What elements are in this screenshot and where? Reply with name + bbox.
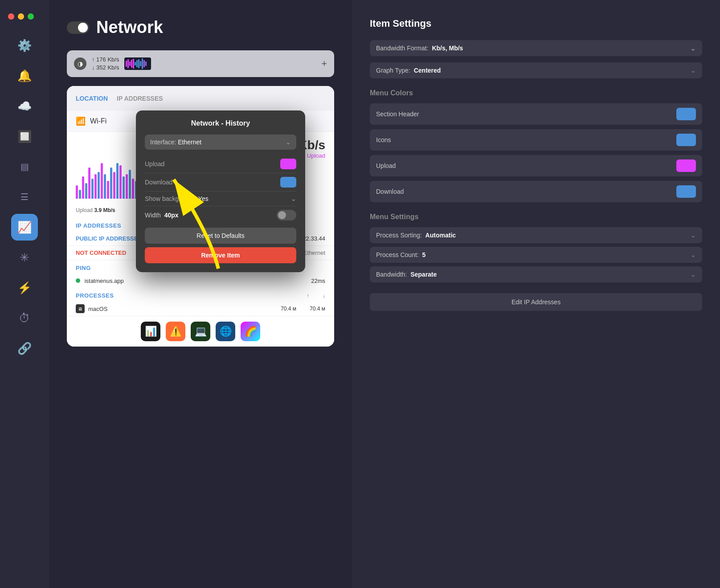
popup-background-row: Show background: Yes ⌄ — [145, 192, 296, 206]
sidebar-item-memory[interactable]: ▤ — [11, 153, 38, 180]
menubar-preview: ◑ ↑ 176 Kb/s ↓ 352 Kb/s + — [67, 50, 334, 77]
dock-safari[interactable]: 🌈 — [241, 322, 260, 341]
network-panel: LOCATION IP ADDRESSES 📶 Wi-Fi 0 Kb/s ● U… — [67, 86, 334, 347]
sidebar-item-clock[interactable]: ⏱ — [11, 305, 38, 331]
dock-activity-monitor[interactable]: 📊 — [141, 322, 160, 341]
process-count-select[interactable]: Process Count: 5 ⌄ — [370, 247, 702, 263]
page-header: Network — [67, 18, 334, 37]
icons-color-swatch[interactable] — [676, 134, 696, 146]
ping-value: 22ms — [311, 278, 325, 284]
interface-select[interactable]: Interface: Ethernet ⌄ — [145, 135, 296, 150]
icons-color-label: Icons — [376, 136, 391, 143]
process-values: 70.4 м 70.4 м — [281, 306, 325, 312]
right-panel: Item Settings Bandwidth Format: Kb/s, Mb… — [352, 0, 720, 588]
sidebar-item-cpu[interactable]: 🔲 — [11, 123, 38, 150]
chevron-down-icon-7: ⌄ — [691, 271, 696, 278]
sidebar-item-cloud[interactable]: ☁️ — [11, 93, 38, 119]
down-arrow-icon: ↓ — [323, 293, 325, 299]
macos-icon: 🖥 — [76, 304, 85, 313]
network-toggle[interactable] — [67, 21, 89, 34]
sidebar-item-power[interactable]: ⚡ — [11, 274, 38, 301]
sidebar: ⚙️ 🔔 ☁️ 🔲 ▤ ☰ 📈 ✳ ⚡ ⏱ 🔗 — [0, 0, 49, 588]
width-label: Width 40px — [145, 212, 179, 219]
section-header-color-label: Section Header — [376, 110, 419, 118]
ping-row: istatmenus.app 22ms — [67, 274, 334, 288]
reset-defaults-button[interactable]: Reset to Defaults — [145, 228, 296, 244]
dock-browser[interactable]: 🌐 — [216, 322, 235, 341]
section-header-color-row: Section Header — [370, 103, 702, 125]
process-upload-val: 70.4 м — [281, 306, 296, 312]
bandwidth-format-select[interactable]: Bandwidth Format: Kb/s, Mb/s ⌄ — [370, 40, 702, 56]
menubar-half-circle-icon: ◑ — [74, 57, 86, 70]
width-toggle[interactable] — [277, 210, 296, 220]
interface-label: Interface: Ethernet — [150, 139, 201, 146]
chevron-down-icon-5: ⌄ — [691, 232, 696, 239]
sidebar-item-bell[interactable]: 🔔 — [11, 62, 38, 89]
traffic-lights — [0, 13, 34, 20]
download-color-swatch[interactable] — [280, 177, 296, 188]
download-color-row: Download — [370, 181, 702, 202]
menubar-stats: ↑ 176 Kb/s ↓ 352 Kb/s — [92, 56, 119, 72]
processes-title: PROCESSES — [76, 292, 114, 299]
dock: 📊 ⚠️ 💻 🌐 🌈 — [67, 316, 334, 347]
process-info: 🖥 macOS — [76, 304, 281, 313]
dock-warning[interactable]: ⚠️ — [166, 322, 185, 341]
chevron-down-icon-6: ⌄ — [691, 251, 696, 258]
process-download-val: 70.4 м — [310, 306, 325, 312]
graph-type-label-text: Graph Type: Centered — [376, 67, 441, 74]
tab-location[interactable]: LOCATION — [76, 93, 108, 104]
menu-settings-heading: Menu Settings — [370, 213, 702, 221]
upload-row-label: Upload — [145, 160, 164, 167]
process-sorting-select[interactable]: Process Sorting: Automatic ⌄ — [370, 227, 702, 243]
process-sorting-label: Process Sorting: Automatic — [376, 232, 456, 239]
bandwidth-select[interactable]: Bandwidth: Separate ⌄ — [370, 266, 702, 282]
popup-download-row: Download — [145, 173, 296, 192]
download-color-label: Download — [376, 188, 404, 195]
upload-color-swatch[interactable] — [280, 159, 296, 169]
minimize-button[interactable] — [18, 13, 24, 20]
upload-color-swatch-right[interactable] — [676, 159, 696, 172]
tab-ip-addresses[interactable]: IP ADDRESSES — [117, 93, 163, 104]
maximize-button[interactable] — [28, 13, 34, 20]
chevron-down-icon-4: ⌄ — [691, 67, 696, 74]
popup-upload-row: Upload — [145, 155, 296, 173]
remove-item-button[interactable]: Remove Item — [145, 247, 296, 263]
icons-color-row: Icons — [370, 129, 702, 151]
page-title: Network — [96, 18, 163, 37]
not-connected-label: NOT CONNECTED — [76, 249, 126, 256]
up-arrow-icon: ↑ — [307, 293, 309, 299]
dock-terminal[interactable]: 💻 — [191, 322, 210, 341]
popup-width-row: Width 40px — [145, 206, 296, 224]
process-name-macos: macOS — [88, 306, 281, 312]
chevron-down-icon-2: ⌄ — [291, 195, 296, 202]
ping-host-label: istatmenus.app — [85, 278, 124, 284]
sidebar-item-link[interactable]: 🔗 — [11, 335, 38, 362]
close-button[interactable] — [8, 13, 14, 20]
ping-dot-icon — [76, 278, 80, 283]
sidebar-item-gear[interactable]: ⚙️ — [11, 32, 38, 59]
left-panel: Network ◑ ↑ 176 Kb/s ↓ 352 Kb/s — [49, 0, 352, 588]
sidebar-item-network[interactable]: 📈 — [11, 214, 38, 241]
process-row-macos: 🖥 macOS 70.4 м 70.4 м — [67, 302, 334, 316]
main-content: Network ◑ ↑ 176 Kb/s ↓ 352 Kb/s — [49, 0, 720, 588]
sidebar-item-disk[interactable]: ☰ — [11, 184, 38, 210]
up-speed-label: ↑ 176 Kb/s — [92, 56, 119, 64]
section-header-color-swatch[interactable] — [676, 108, 696, 120]
add-item-button[interactable]: + — [321, 58, 327, 69]
ping-host-info: istatmenus.app — [76, 278, 124, 284]
ethernet-type-label: Ethernet — [303, 249, 325, 256]
chevron-down-icon-3: ⌄ — [691, 45, 696, 52]
graph-type-select[interactable]: Graph Type: Centered ⌄ — [370, 62, 702, 78]
edit-ip-addresses-button[interactable]: Edit IP Addresses — [370, 293, 702, 311]
download-color-swatch-right[interactable] — [676, 185, 696, 198]
sidebar-item-fan[interactable]: ✳ — [11, 244, 38, 271]
graph-type-row: Graph Type: Centered ⌄ — [370, 62, 702, 78]
bandwidth-format-row: Bandwidth Format: Kb/s, Mb/s ⌄ — [370, 40, 702, 56]
bandwidth-format-label-text: Bandwidth Format: Kb/s, Mb/s — [376, 45, 463, 52]
processes-section: PROCESSES ↑ ↓ — [67, 288, 334, 302]
wifi-icon: 📶 — [76, 116, 86, 126]
download-row-label: Download — [145, 179, 172, 186]
upload-color-row: Upload — [370, 155, 702, 176]
menu-colors-heading: Menu Colors — [370, 89, 702, 97]
chevron-down-icon: ⌄ — [286, 139, 291, 146]
